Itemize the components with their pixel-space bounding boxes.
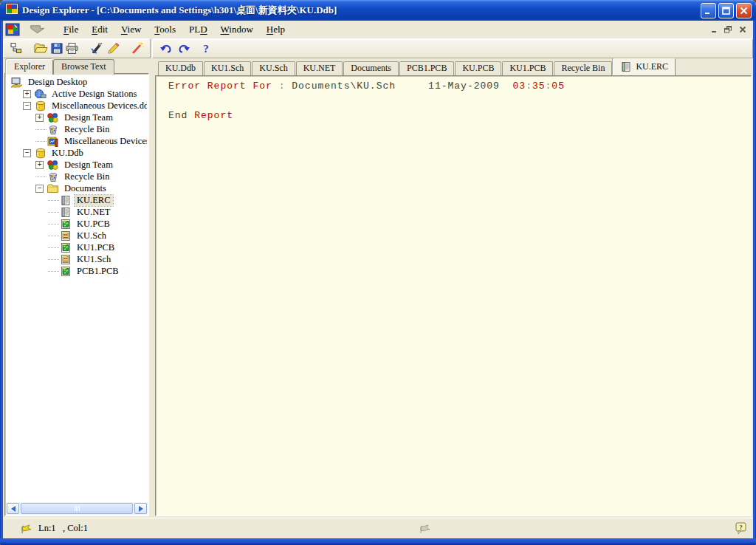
- toolbar-main-group: [3, 38, 151, 58]
- pencil-button[interactable]: [105, 41, 120, 57]
- knife-icon: [90, 42, 104, 55]
- tree-label: Recycle Bin: [62, 124, 111, 135]
- tree-node-recycle-bin[interactable]: Recycle Bin: [7, 171, 147, 182]
- doc-tab-documents[interactable]: Documents: [343, 61, 399, 75]
- tree-node-documents[interactable]: −Documents: [7, 182, 147, 194]
- doc-tab-ku-pcb[interactable]: KU.PCB: [455, 61, 501, 75]
- textdoc-icon: [59, 195, 72, 206]
- doc-tab-ku1-sch[interactable]: KU1.Sch: [204, 61, 251, 75]
- error-report-editor[interactable]: Error Report For : Documents\KU.Sch 11-M…: [155, 75, 752, 516]
- text-segment: :: [526, 80, 532, 92]
- knife-button[interactable]: [89, 41, 105, 57]
- scroll-left-arrow-icon: [11, 506, 16, 512]
- collapse-toggle-icon[interactable]: −: [35, 185, 44, 193]
- redo-button[interactable]: [175, 41, 193, 57]
- titlebar: Design Explorer - [C:\Documents and Sett…: [0, 0, 756, 21]
- expand-toggle-icon[interactable]: +: [35, 114, 44, 122]
- tree-node-ku-erc[interactable]: KU.ERC: [7, 194, 147, 206]
- tree-node-design-desktop[interactable]: Design Desktop: [7, 76, 147, 88]
- menu-item-file[interactable]: File: [57, 22, 85, 37]
- tree-node-design-team[interactable]: +Design Team: [7, 159, 147, 171]
- tree-label: Active Design Stations: [49, 89, 139, 100]
- save-icon: [50, 42, 63, 55]
- tree-label: KU.Sch: [75, 230, 109, 241]
- text-segment: [396, 80, 428, 92]
- tree-node-miscellaneous-devices-lib[interactable]: Miscellaneous Devices.lib: [7, 135, 147, 147]
- panel-tab-explorer[interactable]: Explorer: [6, 59, 53, 75]
- tree-connector: [35, 176, 47, 177]
- scroll-right-button[interactable]: [134, 503, 147, 514]
- doc-tab-label: KU.Ddb: [165, 63, 196, 74]
- document-panel: KU.DdbKU1.SchKU.SchKU.NETDocumentsPCB1.P…: [154, 58, 753, 518]
- explorer-panel: ExplorerBrowse Text Design Desktop+Activ…: [3, 58, 152, 518]
- menu-item-view[interactable]: View: [114, 22, 148, 37]
- explorer-toggle-icon: [10, 42, 23, 55]
- tree-node-ku-pcb[interactable]: KU.PCB: [7, 218, 147, 230]
- tree-label: Design Desktop: [26, 77, 89, 88]
- doc-tab-pcb1-pcb[interactable]: PCB1.PCB: [399, 61, 454, 75]
- tree-node-pcb1-pcb[interactable]: PCB1.PCB: [7, 265, 147, 277]
- help-button[interactable]: ?: [197, 41, 215, 57]
- maximize-button[interactable]: [718, 3, 734, 18]
- menu-item-tools[interactable]: Tools: [148, 22, 182, 37]
- tree-node-ku-ddb[interactable]: −KU.Ddb: [7, 147, 147, 159]
- doc-tab-ku-net[interactable]: KU.NET: [296, 61, 343, 75]
- tree-node-miscellaneous-devices-ddb[interactable]: −Miscellaneous Devices.ddb: [7, 100, 147, 112]
- explorer-toggle-button[interactable]: [8, 41, 24, 57]
- undo-button[interactable]: [157, 41, 175, 57]
- doc-tab-ku-erc[interactable]: KU.ERC: [613, 58, 676, 75]
- menubar: FileEditViewToolsPLDWindowHelp: [3, 21, 753, 38]
- help-icon: ?: [201, 42, 211, 55]
- menu-item-window[interactable]: Window: [214, 22, 260, 37]
- doc-tab-ku1-pcb[interactable]: KU1.PCB: [502, 61, 553, 75]
- tree-node-ku1-sch[interactable]: KU1.Sch: [7, 253, 147, 265]
- tree-node-recycle-bin[interactable]: Recycle Bin: [7, 123, 147, 135]
- horizontal-scrollbar[interactable]: [6, 502, 148, 515]
- collapse-toggle-icon[interactable]: −: [23, 102, 31, 110]
- design-tree: Design Desktop+Active Design Stations−Mi…: [7, 76, 147, 501]
- scroll-left-button[interactable]: [7, 503, 19, 514]
- tree-node-ku1-pcb[interactable]: KU1.PCB: [7, 241, 147, 253]
- tree-connector: [35, 129, 47, 130]
- mdi-minimize-button[interactable]: [708, 24, 721, 35]
- menu-item-edit[interactable]: Edit: [85, 22, 114, 37]
- save-button[interactable]: [49, 41, 64, 57]
- collapse-toggle-icon[interactable]: −: [23, 149, 31, 157]
- menubar-app-icon[interactable]: [5, 23, 20, 36]
- panel-tab-browse-text[interactable]: Browse Text: [53, 59, 114, 75]
- schdoc-icon: [59, 230, 72, 241]
- tree-node-active-design-stations[interactable]: +Active Design Stations: [7, 88, 147, 100]
- expand-toggle-icon[interactable]: +: [35, 161, 44, 169]
- doc-tab-label: KU.NET: [303, 63, 336, 74]
- expand-toggle-icon[interactable]: +: [23, 90, 31, 98]
- tree-connector: [48, 247, 59, 248]
- magic-wand-button[interactable]: [130, 41, 145, 57]
- doc-tab-recycle-bin[interactable]: Recycle Bin: [554, 61, 612, 75]
- tree-node-ku-net[interactable]: KU.NET: [7, 206, 147, 218]
- tree-label: Design Team: [62, 160, 115, 171]
- menu-pulldown-arrow-icon[interactable]: [26, 23, 51, 36]
- mdi-close-button[interactable]: [736, 24, 749, 35]
- tree-node-ku-sch[interactable]: KU.Sch: [7, 230, 147, 241]
- tree-label: KU.NET: [75, 207, 112, 218]
- text-segment: :: [272, 80, 292, 92]
- doc-tab-ku-ddb[interactable]: KU.Ddb: [158, 61, 203, 75]
- textdoc-icon: [59, 207, 72, 218]
- doc-tab-label: KU.Sch: [259, 63, 287, 74]
- open-document-button[interactable]: [32, 41, 48, 57]
- doc-tab-label: KU.ERC: [636, 61, 668, 72]
- print-button[interactable]: [64, 41, 80, 57]
- help-balloon-icon[interactable]: ?: [735, 522, 747, 535]
- doc-tab-ku-sch[interactable]: KU.Sch: [252, 61, 295, 75]
- close-button[interactable]: [736, 3, 752, 18]
- minimize-button[interactable]: [701, 3, 716, 18]
- tree-label: KU1.PCB: [75, 242, 117, 253]
- scroll-thumb[interactable]: [21, 503, 133, 514]
- mdi-restore-button[interactable]: [722, 24, 735, 35]
- menu-item-help[interactable]: Help: [260, 22, 292, 37]
- recycle-icon: [47, 171, 59, 182]
- menu-item-pld[interactable]: PLD: [182, 22, 214, 37]
- tree-node-design-team[interactable]: +Design Team: [7, 112, 147, 123]
- redo-icon: [176, 43, 191, 55]
- window-frame-left: [0, 21, 3, 545]
